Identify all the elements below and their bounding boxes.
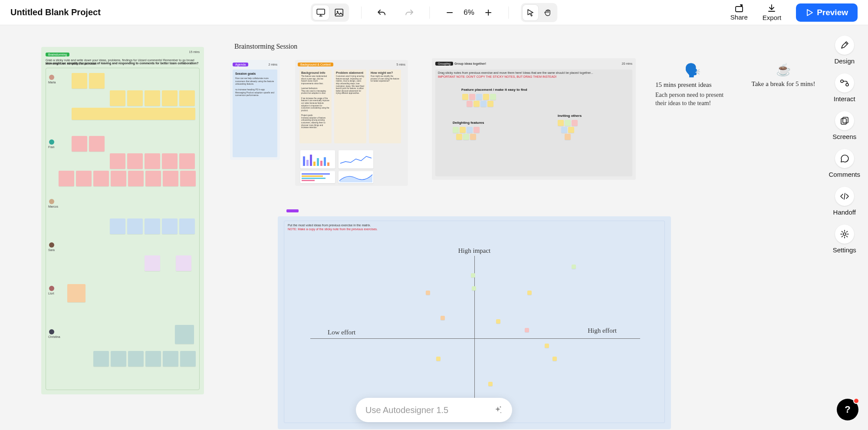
sticky-note[interactable] bbox=[487, 101, 493, 107]
sticky-note[interactable] bbox=[175, 325, 194, 344]
sticky-note[interactable] bbox=[561, 127, 567, 133]
sticky-note[interactable] bbox=[472, 286, 476, 291]
project-title[interactable]: Untitled Blank Project bbox=[10, 7, 101, 17]
sticky-note[interactable] bbox=[470, 134, 476, 140]
sticky-note[interactable] bbox=[111, 171, 126, 186]
preview-button[interactable]: Preview bbox=[796, 3, 858, 22]
undo-icon bbox=[377, 8, 386, 17]
sticky-note[interactable] bbox=[145, 218, 160, 234]
sticky-note[interactable] bbox=[110, 218, 125, 234]
sticky-note[interactable] bbox=[565, 134, 571, 140]
sticky-note[interactable] bbox=[565, 120, 571, 126]
zoom-in-button[interactable] bbox=[480, 5, 496, 20]
sticky-note[interactable] bbox=[179, 90, 195, 106]
brainstorm-time: 15 mins bbox=[189, 50, 200, 53]
top-center-tools: 6% bbox=[311, 3, 557, 22]
sticky-note[interactable] bbox=[162, 90, 178, 106]
top-right-actions: Share Export Preview bbox=[730, 3, 858, 22]
sticky-note[interactable] bbox=[93, 351, 109, 367]
sticky-note[interactable] bbox=[128, 171, 144, 186]
sticky-note[interactable] bbox=[179, 218, 195, 234]
sticky-note[interactable] bbox=[127, 218, 143, 234]
sticky-note[interactable] bbox=[453, 127, 459, 133]
sticky-note[interactable] bbox=[527, 291, 532, 295]
image-view-button[interactable] bbox=[331, 5, 347, 20]
sticky-note[interactable] bbox=[111, 351, 126, 367]
sticky-note[interactable] bbox=[488, 382, 493, 386]
sticky-note[interactable] bbox=[145, 351, 161, 367]
sticky-note[interactable] bbox=[145, 90, 160, 106]
sticky-note[interactable] bbox=[179, 153, 195, 169]
zoom-controls: 6% bbox=[442, 5, 496, 20]
sticky-note[interactable] bbox=[59, 171, 74, 186]
sticky-note[interactable] bbox=[552, 357, 557, 361]
pointer-tool[interactable] bbox=[523, 5, 538, 20]
sticky-note[interactable] bbox=[436, 357, 441, 361]
sticky-note[interactable] bbox=[483, 94, 489, 100]
hand-tool[interactable] bbox=[540, 5, 556, 20]
sticky-note[interactable] bbox=[568, 127, 574, 133]
sticky-note[interactable] bbox=[180, 171, 196, 186]
sticky-note[interactable] bbox=[110, 90, 125, 106]
sticky-note[interactable] bbox=[180, 351, 196, 367]
agenda-board[interactable]: Agenda 2 mins Session goals How can we h… bbox=[230, 60, 280, 160]
share-button[interactable]: Share bbox=[730, 4, 748, 21]
sticky-note[interactable] bbox=[572, 120, 578, 126]
brainstorm-board[interactable]: Brainstorming 15 mins Grab a sticky note… bbox=[41, 47, 204, 394]
sticky-note[interactable] bbox=[127, 90, 143, 106]
matrix-board[interactable]: Put the most voted ideas from previous e… bbox=[278, 216, 671, 429]
sticky-note[interactable] bbox=[72, 108, 195, 120]
sticky-note[interactable] bbox=[460, 127, 466, 133]
sticky-note[interactable] bbox=[471, 273, 475, 278]
sticky-note[interactable] bbox=[162, 153, 178, 169]
desktop-view-button[interactable] bbox=[312, 5, 329, 20]
sticky-note[interactable] bbox=[76, 171, 92, 186]
sticky-note[interactable] bbox=[89, 73, 105, 89]
sticky-note[interactable] bbox=[467, 101, 473, 107]
sticky-note[interactable] bbox=[145, 153, 160, 169]
grouping-warn: IMPORTANT NOTE: DON'T COPY THE STICKY NO… bbox=[438, 75, 556, 78]
zoom-level[interactable]: 6% bbox=[464, 8, 474, 17]
help-fab[interactable]: ? bbox=[837, 399, 858, 420]
undo-button[interactable] bbox=[374, 5, 389, 20]
sticky-note[interactable] bbox=[476, 94, 482, 100]
zoom-out-button[interactable] bbox=[442, 5, 457, 20]
sticky-note[interactable] bbox=[93, 171, 109, 186]
sticky-note[interactable] bbox=[467, 127, 473, 133]
sticky-note[interactable] bbox=[441, 316, 445, 320]
sticky-note[interactable] bbox=[145, 255, 160, 271]
sticky-note[interactable] bbox=[473, 127, 480, 133]
sticky-note[interactable] bbox=[163, 171, 178, 186]
sticky-note[interactable] bbox=[463, 134, 469, 140]
sticky-note[interactable] bbox=[127, 153, 143, 169]
sticky-note[interactable] bbox=[67, 284, 85, 302]
sticky-note[interactable] bbox=[426, 291, 430, 295]
sticky-note[interactable] bbox=[469, 94, 475, 100]
sticky-note[interactable] bbox=[490, 94, 496, 100]
sticky-note[interactable] bbox=[128, 351, 144, 367]
sticky-note[interactable] bbox=[163, 351, 178, 367]
sticky-note[interactable] bbox=[525, 328, 529, 332]
sticky-note[interactable] bbox=[72, 136, 87, 152]
export-button[interactable]: Export bbox=[763, 3, 781, 21]
grouping-board[interactable]: Grouping Group ideas together! 20 mins D… bbox=[432, 58, 636, 180]
context-tag: Background & Context bbox=[298, 63, 333, 66]
sticky-note[interactable] bbox=[545, 344, 549, 348]
sticky-note[interactable] bbox=[462, 94, 468, 100]
sticky-note[interactable] bbox=[572, 265, 576, 269]
sticky-note[interactable] bbox=[72, 73, 87, 89]
sticky-note[interactable] bbox=[162, 218, 178, 234]
sticky-note[interactable] bbox=[145, 171, 161, 186]
sticky-note[interactable] bbox=[496, 319, 500, 324]
sticky-note[interactable] bbox=[110, 153, 125, 169]
sticky-note[interactable] bbox=[176, 255, 191, 271]
sticky-note[interactable] bbox=[89, 136, 105, 152]
sticky-note[interactable] bbox=[456, 134, 462, 140]
sticky-note[interactable] bbox=[558, 120, 564, 126]
canvas[interactable]: Brainstorming Session Brainstorming 15 m… bbox=[0, 25, 868, 430]
sticky-note[interactable] bbox=[480, 101, 487, 107]
context-board[interactable]: Background & Context 5 mins Background i… bbox=[295, 60, 408, 186]
autodesigner-input[interactable]: Use Autodesigner 1.5 bbox=[356, 398, 512, 422]
sticky-note[interactable] bbox=[473, 101, 480, 107]
redo-button[interactable] bbox=[401, 5, 417, 20]
